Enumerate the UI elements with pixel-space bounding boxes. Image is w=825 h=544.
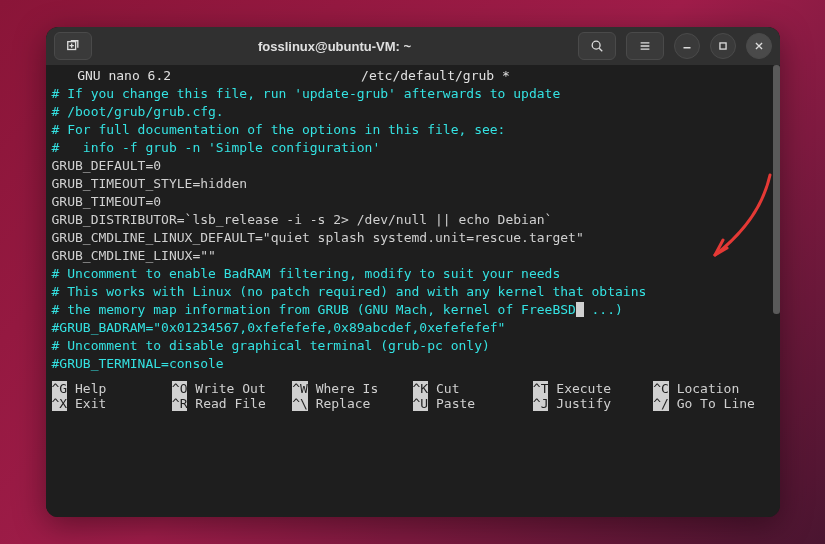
terminal-body[interactable]: GNU nano 6.2 /etc/default/grub * # If yo… xyxy=(46,65,780,517)
shortcut-item: ^T Execute xyxy=(533,381,653,396)
shortcut-item: ^O Write Out xyxy=(172,381,292,396)
shortcut-key: ^X xyxy=(52,396,68,411)
shortcut-label: Exit xyxy=(67,396,106,411)
shortcut-key: ^C xyxy=(653,381,669,396)
editor-line[interactable]: GRUB_TIMEOUT=0 xyxy=(52,193,774,211)
menu-button[interactable] xyxy=(626,32,664,60)
shortcut-label: Execute xyxy=(548,381,611,396)
shortcut-label: Location xyxy=(669,381,739,396)
shortcut-label: Paste xyxy=(428,396,475,411)
editor-line[interactable]: # For full documentation of the options … xyxy=(52,121,774,139)
shortcut-key: ^R xyxy=(172,396,188,411)
editor-line[interactable]: # If you change this file, run 'update-g… xyxy=(52,85,774,103)
editor-line[interactable]: GRUB_DISTRIBUTOR=`lsb_release -i -s 2> /… xyxy=(52,211,774,229)
editor-line[interactable]: #GRUB_BADRAM="0x01234567,0xfefefefe,0x89… xyxy=(52,319,774,337)
shortcut-label: Replace xyxy=(308,396,371,411)
text-cursor xyxy=(576,302,584,317)
shortcut-key: ^T xyxy=(533,381,549,396)
shortcut-label: Write Out xyxy=(187,381,265,396)
window-title: fosslinux@ubuntu-VM: ~ xyxy=(92,39,578,54)
editor-line[interactable]: # the memory map information from GRUB (… xyxy=(52,301,774,319)
shortcut-label: Read File xyxy=(187,396,265,411)
nano-app-name: GNU nano 6.2 xyxy=(62,67,172,85)
shortcut-item: ^J Justify xyxy=(533,396,653,411)
svg-rect-2 xyxy=(719,43,725,49)
editor-line[interactable]: # info -f grub -n 'Simple configuration' xyxy=(52,139,774,157)
shortcut-item: ^\ Replace xyxy=(292,396,412,411)
editor-line[interactable]: GRUB_DEFAULT=0 xyxy=(52,157,774,175)
shortcut-item: ^R Read File xyxy=(172,396,292,411)
shortcut-item: ^K Cut xyxy=(413,381,533,396)
new-tab-button[interactable] xyxy=(54,32,92,60)
shortcut-item: ^U Paste xyxy=(413,396,533,411)
terminal-window: fosslinux@ubuntu-VM: ~ GNU nano 6.2 /etc… xyxy=(46,27,780,517)
shortcut-key: ^\ xyxy=(292,396,308,411)
minimize-button[interactable] xyxy=(674,33,700,59)
shortcut-key: ^J xyxy=(533,396,549,411)
shortcut-item: ^X Exit xyxy=(52,396,172,411)
shortcut-label: Where Is xyxy=(308,381,378,396)
editor-line[interactable]: GRUB_TIMEOUT_STYLE=hidden xyxy=(52,175,774,193)
shortcut-key: ^K xyxy=(413,381,429,396)
shortcut-key: ^U xyxy=(413,396,429,411)
shortcut-key: ^/ xyxy=(653,396,669,411)
svg-point-1 xyxy=(592,41,600,49)
shortcut-label: Help xyxy=(67,381,106,396)
editor-line[interactable]: GRUB_CMDLINE_LINUX="" xyxy=(52,247,774,265)
shortcut-label: Go To Line xyxy=(669,396,755,411)
shortcut-key: ^W xyxy=(292,381,308,396)
editor-line[interactable]: GRUB_CMDLINE_LINUX_DEFAULT="quiet splash… xyxy=(52,229,774,247)
shortcut-item: ^W Where Is xyxy=(292,381,412,396)
close-button[interactable] xyxy=(746,33,772,59)
nano-filepath: /etc/default/grub * xyxy=(361,67,510,85)
editor-line[interactable]: # This works with Linux (no patch requir… xyxy=(52,283,774,301)
nano-status-bar: GNU nano 6.2 /etc/default/grub * xyxy=(52,67,774,85)
shortcut-item: ^/ Go To Line xyxy=(653,396,773,411)
maximize-button[interactable] xyxy=(710,33,736,59)
editor-line[interactable]: #GRUB_TERMINAL=console xyxy=(52,355,774,373)
editor-line[interactable]: # Uncomment to disable graphical termina… xyxy=(52,337,774,355)
shortcut-item: ^G Help xyxy=(52,381,172,396)
shortcut-item: ^C Location xyxy=(653,381,773,396)
editor-content[interactable]: # If you change this file, run 'update-g… xyxy=(52,85,774,373)
shortcut-key: ^G xyxy=(52,381,68,396)
shortcut-label: Justify xyxy=(548,396,611,411)
search-button[interactable] xyxy=(578,32,616,60)
shortcut-key: ^O xyxy=(172,381,188,396)
editor-line[interactable]: # Uncomment to enable BadRAM filtering, … xyxy=(52,265,774,283)
annotation-arrow xyxy=(705,170,785,265)
editor-line[interactable]: # /boot/grub/grub.cfg. xyxy=(52,103,774,121)
shortcut-label: Cut xyxy=(428,381,459,396)
titlebar: fosslinux@ubuntu-VM: ~ xyxy=(46,27,780,65)
nano-shortcut-bar: ^G Help^O Write Out^W Where Is^K Cut^T E… xyxy=(52,381,774,411)
